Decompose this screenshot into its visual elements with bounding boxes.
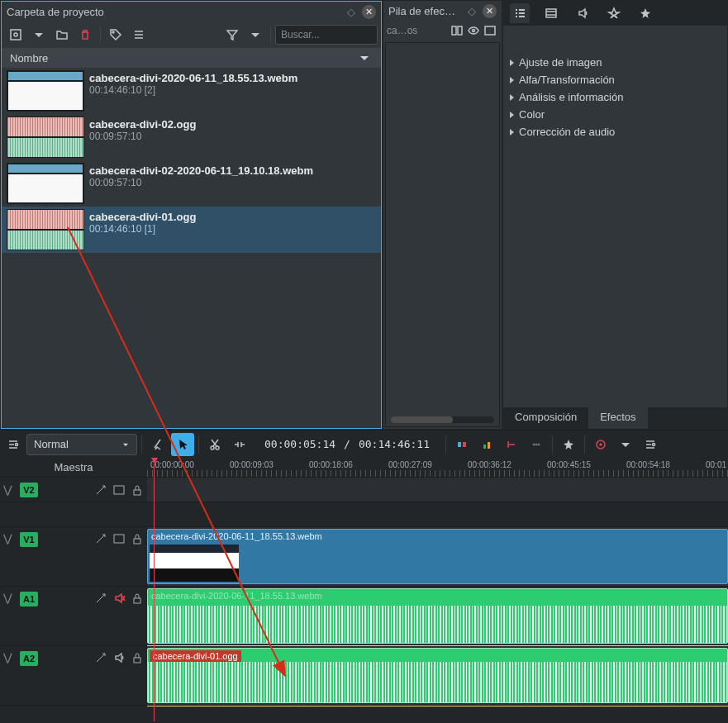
tab-effects[interactable]: Efectos [588, 407, 647, 429]
bin-item[interactable]: cabecera-divi-2020-06-11_18.55.13.webm 0… [2, 68, 381, 114]
bin-item-selected[interactable]: cabecera-divi-01.ogg 00:14:46:10 [1] [2, 207, 381, 253]
timeline-clip-video[interactable]: cabecera-divi-2020-06-11_18.55.13.webm [147, 529, 728, 584]
tab-composition[interactable]: Composición [503, 407, 588, 429]
filter-dropdown[interactable] [245, 24, 266, 45]
track-header-v1[interactable]: ⋁ V1 [0, 527, 147, 587]
fx-tab-custom[interactable] [604, 3, 624, 23]
svg-rect-26 [134, 658, 140, 663]
visible-icon[interactable] [465, 22, 482, 39]
lane-a1[interactable]: cabecera-divi-2020-06-11_18.55.13.webm [147, 587, 728, 646]
svg-rect-4 [458, 26, 462, 35]
current-time-display[interactable]: 00:00:05:14 [261, 438, 339, 450]
svg-rect-22 [134, 490, 140, 495]
thumbnails-icon[interactable] [112, 532, 126, 545]
track-header-a2[interactable]: ⋁ A2 [0, 646, 147, 706]
fx-category[interactable]: Color [508, 106, 722, 123]
bin-column-header[interactable]: Nombre [2, 48, 381, 68]
svg-rect-14 [488, 442, 490, 449]
collapse-icon[interactable]: ⋁ [3, 532, 15, 545]
razor-tool-button[interactable] [146, 433, 169, 456]
effects-icon[interactable] [94, 592, 107, 605]
effects-panel: Ajuste de imagen Alfa/Transformación Aná… [503, 1, 727, 429]
svg-rect-11 [458, 442, 461, 447]
fx-category[interactable]: Alfa/Transformación [508, 71, 722, 88]
preview-dropdown[interactable] [614, 433, 637, 456]
timeline-clip-audio-drop[interactable]: cabecera-divi-01.ogg [147, 648, 728, 703]
lock-icon[interactable] [131, 592, 144, 605]
fx-tab-video[interactable] [541, 3, 561, 23]
preview-render-button[interactable] [589, 433, 612, 456]
lane-a2[interactable]: cabecera-divi-01.ogg [147, 646, 728, 706]
lock-icon[interactable] [131, 532, 144, 545]
column-name-label: Nombre [10, 52, 48, 64]
selection-tool-button[interactable] [171, 433, 194, 456]
pin-icon[interactable]: ◇ [464, 5, 479, 17]
mixer-button[interactable] [475, 433, 498, 456]
effects-icon[interactable] [94, 483, 107, 497]
spacer-tool-button[interactable] [228, 433, 251, 456]
fx-tab-tree[interactable] [510, 3, 530, 23]
split-view-icon[interactable] [449, 22, 465, 39]
total-time-display: 00:14:46:11 [355, 438, 433, 450]
track-compositing-button[interactable] [450, 433, 473, 456]
horizontal-scrollbar[interactable] [391, 416, 494, 423]
timeline-settings-button[interactable] [639, 433, 662, 456]
playhead[interactable] [154, 458, 155, 721]
effects-tree: Ajuste de imagen Alfa/Transformación Aná… [503, 47, 727, 407]
track-header-v2[interactable]: ⋁ V2 [0, 478, 147, 502]
close-icon[interactable]: ✕ [362, 5, 376, 19]
lock-icon[interactable] [131, 651, 144, 664]
effect-stack-menu-icon[interactable] [482, 22, 498, 39]
effects-icon[interactable] [94, 651, 107, 664]
lane-v1[interactable]: cabecera-divi-2020-06-11_18.55.13.webm [147, 527, 728, 587]
collapse-icon[interactable]: ⋁ [3, 483, 15, 496]
effects-bottom-tabs: Composición Efectos [503, 407, 727, 429]
time-separator: / [340, 438, 354, 450]
tag-button[interactable] [105, 24, 126, 45]
new-folder-button[interactable] [51, 24, 73, 45]
zone-in-button[interactable] [500, 433, 523, 456]
fx-category[interactable]: Análisis e información [508, 88, 722, 106]
bin-item[interactable]: cabecera-divi-02-2020-06-11_19.10.18.web… [2, 160, 381, 207]
ruler-tick: 00:00:36:12 [468, 460, 512, 469]
fx-tab-audio[interactable] [573, 3, 592, 23]
search-input[interactable]: Buscar... [275, 25, 378, 45]
filter-button[interactable] [221, 24, 243, 45]
svg-point-9 [211, 446, 214, 449]
svg-point-18 [597, 440, 605, 449]
thumbnails-icon[interactable] [112, 483, 126, 497]
add-clip-button[interactable] [5, 24, 26, 45]
mute-icon[interactable] [112, 592, 126, 605]
timeline-ruler[interactable]: 00:00:00:00 00:00:09:03 00:00:18:06 00:0… [147, 458, 728, 478]
effect-stack-panel: Pila de efec… ◇ ✕ ca…os [383, 1, 502, 429]
svg-point-19 [600, 444, 602, 445]
timeline-clip-audio[interactable]: cabecera-divi-2020-06-11_18.55.13.webm [147, 588, 728, 644]
configure-tracks-button[interactable] [2, 433, 25, 456]
track-header-a1[interactable]: ⋁ A1 [0, 587, 147, 646]
audio-icon[interactable] [112, 651, 126, 664]
pin-icon[interactable]: ◇ [344, 6, 359, 18]
track-area[interactable]: 00:00:00:00 00:00:09:03 00:00:18:06 00:0… [147, 458, 728, 721]
collapse-icon[interactable]: ⋁ [3, 651, 15, 664]
clip-thumbnail [7, 117, 84, 158]
effects-icon[interactable] [94, 532, 107, 545]
master-track-label[interactable]: Maestra [0, 458, 147, 478]
collapse-icon[interactable]: ⋁ [3, 592, 15, 604]
ruler-tick: 00:00:27:09 [388, 460, 432, 469]
lane-v2[interactable] [147, 478, 728, 502]
edit-mode-select[interactable]: Normal [26, 434, 137, 455]
fx-tab-favorite[interactable] [635, 3, 655, 23]
chevron-down-icon[interactable] [356, 50, 373, 66]
clip-duration: 00:09:57:10 [89, 177, 313, 188]
fx-category[interactable]: Corrección de audio [508, 123, 722, 140]
delete-clip-button[interactable] [74, 24, 96, 45]
fx-category[interactable]: Ajuste de imagen [508, 54, 722, 71]
lock-icon[interactable] [131, 483, 144, 497]
options-button[interactable] [128, 24, 150, 45]
close-icon[interactable]: ✕ [483, 4, 497, 18]
favorite-effects-button[interactable] [557, 433, 580, 456]
cut-button[interactable] [203, 433, 226, 456]
zone-out-button[interactable] [525, 433, 548, 456]
bin-item[interactable]: cabecera-divi-02.ogg 00:09:57:10 [2, 114, 381, 160]
add-clip-dropdown[interactable] [28, 24, 50, 45]
